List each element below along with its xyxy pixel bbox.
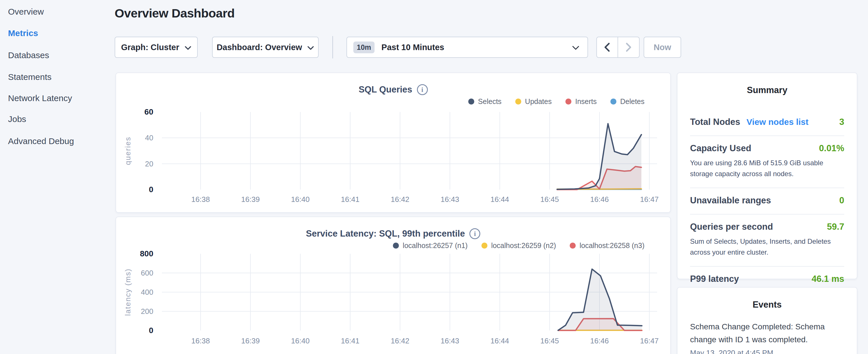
chevron-left-icon — [603, 42, 612, 52]
summary-value: 3 — [839, 117, 844, 127]
svg-text:16:42: 16:42 — [391, 336, 409, 345]
graph-scope-dropdown[interactable]: Graph: Cluster — [115, 37, 198, 58]
svg-text:60: 60 — [145, 107, 153, 116]
summary-row-unavailable-ranges: Unavailable ranges 0 — [690, 188, 844, 215]
page-title: Overview Dashboard — [115, 6, 235, 20]
event-text: Schema Change Completed: Schema change w… — [690, 320, 837, 346]
summary-description: Sum of Selects, Updates, Inserts, and De… — [690, 236, 844, 258]
svg-text:16:47: 16:47 — [640, 336, 658, 345]
graph-scope-label: Graph: Cluster — [121, 43, 179, 52]
sidebar-item-jobs[interactable]: Jobs — [8, 114, 26, 125]
sidebar-item-overview[interactable]: Overview — [8, 6, 44, 17]
dashboard-dropdown[interactable]: Dashboard: Overview — [212, 37, 319, 58]
summary-value: 46.1 ms — [811, 274, 844, 284]
sidebar-item-metrics[interactable]: Metrics — [8, 28, 38, 39]
svg-text:16:40: 16:40 — [291, 195, 309, 204]
sidebar-item-databases[interactable]: Databases — [8, 50, 49, 61]
event-list-item[interactable]: Schema Change Completed: Schema change w… — [690, 320, 844, 354]
time-step-forward-button[interactable] — [618, 37, 639, 57]
dashboard-dropdown-label: Dashboard: Overview — [217, 43, 302, 52]
sidebar-item-advanced-debug[interactable]: Advanced Debug — [8, 136, 74, 147]
svg-text:16:44: 16:44 — [490, 195, 509, 204]
svg-text:16:40: 16:40 — [291, 336, 309, 345]
summary-title: Summary — [677, 73, 857, 95]
summary-label: P99 latency — [690, 274, 739, 284]
svg-text:16:45: 16:45 — [540, 195, 559, 204]
svg-text:16:45: 16:45 — [540, 336, 559, 345]
svg-text:16:43: 16:43 — [440, 195, 459, 204]
service-latency-plot[interactable]: 16:3816:3916:4016:4116:4216:4316:4416:45… — [116, 217, 672, 354]
event-timestamp: May 13, 2020 at 4:45 PM — [690, 349, 844, 354]
sql-queries-chart-card: SQL Queries i Selects Updates Inserts De… — [116, 72, 671, 213]
service-latency-chart-card: Service Latency: SQL, 99th percentile i … — [116, 217, 671, 354]
summary-label: Queries per second — [690, 222, 773, 232]
svg-text:40: 40 — [145, 133, 153, 142]
view-nodes-list-link[interactable]: View nodes list — [746, 117, 808, 127]
sidebar-item-statements[interactable]: Statements — [8, 72, 52, 83]
time-range-dropdown[interactable]: 10m Past 10 Minutes — [346, 37, 588, 58]
svg-text:16:41: 16:41 — [341, 195, 359, 204]
sidebar-item-network-latency[interactable]: Network Latency — [8, 93, 72, 104]
summary-description: You are using 28.6 MiB of 515.9 GiB usab… — [690, 158, 844, 179]
svg-text:16:38: 16:38 — [191, 195, 210, 204]
svg-text:queries: queries — [124, 137, 132, 165]
chevron-down-icon — [307, 43, 314, 52]
svg-text:400: 400 — [141, 288, 153, 296]
summary-value: 0.01% — [819, 143, 844, 154]
chevron-right-icon — [624, 42, 633, 52]
svg-text:16:41: 16:41 — [341, 336, 359, 345]
svg-text:20: 20 — [145, 160, 153, 168]
now-button-label: Now — [654, 43, 671, 52]
svg-text:800: 800 — [140, 249, 153, 258]
svg-text:16:44: 16:44 — [490, 336, 509, 345]
svg-text:latency (ms): latency (ms) — [124, 268, 132, 316]
svg-text:16:46: 16:46 — [590, 195, 609, 204]
events-title: Events — [677, 288, 857, 310]
svg-text:16:46: 16:46 — [590, 336, 609, 345]
summary-row-total-nodes: Total Nodes View nodes list 3 — [690, 110, 844, 136]
toolbar-divider — [333, 36, 333, 58]
svg-text:0: 0 — [149, 326, 153, 335]
svg-text:16:39: 16:39 — [241, 336, 260, 345]
summary-row-queries-per-second: Queries per second 59.7 Sum of Selects, … — [690, 215, 844, 267]
svg-text:16:39: 16:39 — [241, 195, 260, 204]
summary-label: Unavailable ranges — [690, 195, 771, 206]
time-step-back-button[interactable] — [597, 37, 618, 57]
sql-queries-plot[interactable]: 16:3816:3916:4016:4116:4216:4316:4416:45… — [116, 73, 672, 212]
time-range-label: Past 10 Minutes — [381, 43, 444, 52]
svg-text:600: 600 — [141, 269, 153, 277]
events-panel: Events Schema Change Completed: Schema c… — [677, 287, 858, 354]
svg-text:16:43: 16:43 — [440, 336, 459, 345]
svg-text:16:47: 16:47 — [640, 195, 658, 204]
time-range-badge: 10m — [353, 41, 375, 53]
svg-text:16:38: 16:38 — [191, 336, 210, 345]
time-step-button-group — [596, 37, 640, 58]
summary-row-capacity-used: Capacity Used 0.01% You are using 28.6 M… — [690, 136, 844, 188]
summary-label: Capacity Used — [690, 143, 751, 154]
db-console-overview-page: Overview Metrics Databases Statements Ne… — [0, 0, 868, 354]
summary-value: 59.7 — [827, 222, 844, 232]
now-button[interactable]: Now — [644, 37, 681, 58]
summary-value: 0 — [839, 195, 844, 206]
summary-label: Total Nodes — [690, 117, 740, 127]
svg-text:200: 200 — [141, 307, 153, 316]
chevron-down-icon — [572, 43, 580, 52]
svg-text:0: 0 — [149, 185, 153, 194]
svg-text:16:42: 16:42 — [391, 195, 409, 204]
chevron-down-icon — [185, 43, 191, 52]
summary-panel: Summary Total Nodes View nodes list 3 Ca… — [677, 72, 858, 279]
